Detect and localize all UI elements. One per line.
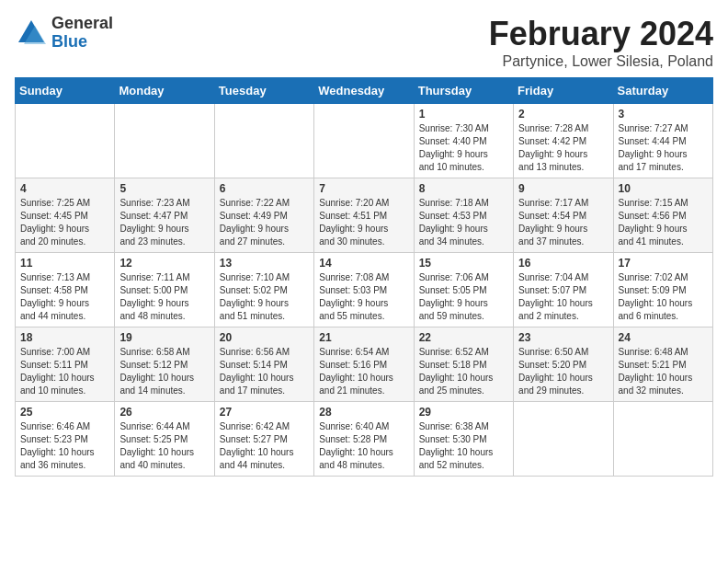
calendar-cell bbox=[16, 104, 115, 178]
calendar-cell: 14Sunrise: 7:08 AM Sunset: 5:03 PM Dayli… bbox=[314, 253, 414, 327]
calendar-cell: 18Sunrise: 7:00 AM Sunset: 5:11 PM Dayli… bbox=[16, 327, 115, 402]
calendar-cell: 12Sunrise: 7:11 AM Sunset: 5:00 PM Dayli… bbox=[115, 253, 214, 327]
day-number: 13 bbox=[220, 257, 309, 270]
calendar-week-row: 18Sunrise: 7:00 AM Sunset: 5:11 PM Dayli… bbox=[16, 327, 713, 402]
day-info: Sunrise: 7:13 AM Sunset: 4:58 PM Dayligh… bbox=[20, 271, 109, 323]
weekday-header-row: SundayMondayTuesdayWednesdayThursdayFrid… bbox=[16, 78, 713, 104]
day-info: Sunrise: 7:08 AM Sunset: 5:03 PM Dayligh… bbox=[319, 271, 408, 323]
day-number: 18 bbox=[20, 331, 109, 344]
calendar-cell: 3Sunrise: 7:27 AM Sunset: 4:44 PM Daylig… bbox=[613, 104, 712, 178]
calendar-cell bbox=[314, 104, 414, 178]
calendar-cell: 17Sunrise: 7:02 AM Sunset: 5:09 PM Dayli… bbox=[613, 253, 712, 327]
calendar-cell: 25Sunrise: 6:46 AM Sunset: 5:23 PM Dayli… bbox=[16, 402, 115, 477]
logo-general: General bbox=[51, 15, 113, 33]
day-info: Sunrise: 7:06 AM Sunset: 5:05 PM Dayligh… bbox=[419, 271, 508, 323]
calendar-week-row: 11Sunrise: 7:13 AM Sunset: 4:58 PM Dayli… bbox=[16, 253, 713, 327]
title-area: February 2024 Partynice, Lower Silesia, … bbox=[489, 15, 713, 70]
calendar-cell: 26Sunrise: 6:44 AM Sunset: 5:25 PM Dayli… bbox=[115, 402, 214, 477]
calendar-cell: 5Sunrise: 7:23 AM Sunset: 4:47 PM Daylig… bbox=[115, 178, 214, 253]
day-number: 24 bbox=[619, 331, 708, 344]
day-number: 14 bbox=[319, 257, 408, 270]
calendar-cell: 22Sunrise: 6:52 AM Sunset: 5:18 PM Dayli… bbox=[414, 327, 513, 402]
day-info: Sunrise: 7:04 AM Sunset: 5:07 PM Dayligh… bbox=[518, 271, 608, 323]
weekday-header-tuesday: Tuesday bbox=[214, 78, 313, 104]
day-number: 5 bbox=[119, 182, 209, 195]
day-number: 22 bbox=[419, 331, 508, 344]
calendar-cell: 11Sunrise: 7:13 AM Sunset: 4:58 PM Dayli… bbox=[16, 253, 115, 327]
page-header: General Blue February 2024 Partynice, Lo… bbox=[15, 15, 713, 70]
day-info: Sunrise: 6:54 AM Sunset: 5:16 PM Dayligh… bbox=[319, 346, 408, 397]
day-info: Sunrise: 6:46 AM Sunset: 5:23 PM Dayligh… bbox=[20, 420, 109, 472]
day-info: Sunrise: 7:00 AM Sunset: 5:11 PM Dayligh… bbox=[20, 346, 109, 397]
day-info: Sunrise: 7:18 AM Sunset: 4:53 PM Dayligh… bbox=[419, 197, 508, 248]
weekday-header-saturday: Saturday bbox=[613, 78, 712, 104]
calendar-body: 1Sunrise: 7:30 AM Sunset: 4:40 PM Daylig… bbox=[16, 104, 713, 477]
calendar-cell bbox=[115, 104, 214, 178]
logo-text: General Blue bbox=[51, 15, 113, 52]
day-number: 23 bbox=[518, 331, 608, 344]
day-number: 4 bbox=[20, 182, 109, 195]
calendar-header: SundayMondayTuesdayWednesdayThursdayFrid… bbox=[16, 78, 713, 104]
calendar-subtitle: Partynice, Lower Silesia, Poland bbox=[489, 53, 713, 70]
day-number: 27 bbox=[220, 406, 309, 419]
day-info: Sunrise: 7:22 AM Sunset: 4:49 PM Dayligh… bbox=[220, 197, 309, 248]
day-info: Sunrise: 7:23 AM Sunset: 4:47 PM Dayligh… bbox=[119, 197, 209, 248]
day-info: Sunrise: 7:20 AM Sunset: 4:51 PM Dayligh… bbox=[319, 197, 408, 248]
day-info: Sunrise: 7:27 AM Sunset: 4:44 PM Dayligh… bbox=[619, 122, 708, 174]
calendar-cell: 28Sunrise: 6:40 AM Sunset: 5:28 PM Dayli… bbox=[314, 402, 414, 477]
day-number: 1 bbox=[419, 108, 508, 121]
day-number: 10 bbox=[619, 182, 708, 195]
calendar-cell: 9Sunrise: 7:17 AM Sunset: 4:54 PM Daylig… bbox=[514, 178, 613, 253]
day-info: Sunrise: 7:25 AM Sunset: 4:45 PM Dayligh… bbox=[20, 197, 109, 248]
day-number: 21 bbox=[319, 331, 408, 344]
calendar-cell: 29Sunrise: 6:38 AM Sunset: 5:30 PM Dayli… bbox=[414, 402, 513, 477]
calendar-cell bbox=[214, 104, 313, 178]
calendar-cell: 2Sunrise: 7:28 AM Sunset: 4:42 PM Daylig… bbox=[514, 104, 613, 178]
calendar-cell: 23Sunrise: 6:50 AM Sunset: 5:20 PM Dayli… bbox=[514, 327, 613, 402]
calendar-cell: 13Sunrise: 7:10 AM Sunset: 5:02 PM Dayli… bbox=[214, 253, 313, 327]
calendar-cell: 16Sunrise: 7:04 AM Sunset: 5:07 PM Dayli… bbox=[514, 253, 613, 327]
day-number: 3 bbox=[619, 108, 708, 121]
calendar-cell: 20Sunrise: 6:56 AM Sunset: 5:14 PM Dayli… bbox=[214, 327, 313, 402]
calendar-table: SundayMondayTuesdayWednesdayThursdayFrid… bbox=[15, 77, 713, 477]
day-number: 16 bbox=[518, 257, 608, 270]
day-number: 9 bbox=[518, 182, 608, 195]
day-info: Sunrise: 6:38 AM Sunset: 5:30 PM Dayligh… bbox=[419, 420, 508, 472]
day-number: 17 bbox=[619, 257, 708, 270]
day-number: 19 bbox=[119, 331, 209, 344]
day-info: Sunrise: 6:48 AM Sunset: 5:21 PM Dayligh… bbox=[619, 346, 708, 397]
day-info: Sunrise: 7:02 AM Sunset: 5:09 PM Dayligh… bbox=[619, 271, 708, 323]
day-info: Sunrise: 6:58 AM Sunset: 5:12 PM Dayligh… bbox=[119, 346, 209, 397]
day-info: Sunrise: 7:11 AM Sunset: 5:00 PM Dayligh… bbox=[119, 271, 209, 323]
calendar-cell: 21Sunrise: 6:54 AM Sunset: 5:16 PM Dayli… bbox=[314, 327, 414, 402]
day-info: Sunrise: 6:56 AM Sunset: 5:14 PM Dayligh… bbox=[220, 346, 309, 397]
day-number: 6 bbox=[220, 182, 309, 195]
calendar-cell: 10Sunrise: 7:15 AM Sunset: 4:56 PM Dayli… bbox=[613, 178, 712, 253]
day-number: 2 bbox=[518, 108, 608, 121]
day-number: 11 bbox=[20, 257, 109, 270]
calendar-cell: 7Sunrise: 7:20 AM Sunset: 4:51 PM Daylig… bbox=[314, 178, 414, 253]
logo-icon bbox=[15, 17, 48, 50]
day-info: Sunrise: 6:42 AM Sunset: 5:27 PM Dayligh… bbox=[220, 420, 309, 472]
calendar-week-row: 25Sunrise: 6:46 AM Sunset: 5:23 PM Dayli… bbox=[16, 402, 713, 477]
logo: General Blue bbox=[15, 15, 113, 52]
weekday-header-sunday: Sunday bbox=[16, 78, 115, 104]
day-number: 29 bbox=[419, 406, 508, 419]
day-number: 8 bbox=[419, 182, 508, 195]
day-number: 28 bbox=[319, 406, 408, 419]
day-info: Sunrise: 7:15 AM Sunset: 4:56 PM Dayligh… bbox=[619, 197, 708, 248]
day-number: 12 bbox=[119, 257, 209, 270]
calendar-cell: 1Sunrise: 7:30 AM Sunset: 4:40 PM Daylig… bbox=[414, 104, 513, 178]
calendar-cell: 4Sunrise: 7:25 AM Sunset: 4:45 PM Daylig… bbox=[16, 178, 115, 253]
calendar-cell: 6Sunrise: 7:22 AM Sunset: 4:49 PM Daylig… bbox=[214, 178, 313, 253]
calendar-week-row: 4Sunrise: 7:25 AM Sunset: 4:45 PM Daylig… bbox=[16, 178, 713, 253]
calendar-week-row: 1Sunrise: 7:30 AM Sunset: 4:40 PM Daylig… bbox=[16, 104, 713, 178]
day-info: Sunrise: 7:28 AM Sunset: 4:42 PM Dayligh… bbox=[518, 122, 608, 174]
calendar-cell: 27Sunrise: 6:42 AM Sunset: 5:27 PM Dayli… bbox=[214, 402, 313, 477]
day-info: Sunrise: 7:17 AM Sunset: 4:54 PM Dayligh… bbox=[518, 197, 608, 248]
calendar-cell bbox=[514, 402, 613, 477]
day-number: 26 bbox=[119, 406, 209, 419]
logo-blue: Blue bbox=[51, 33, 113, 52]
weekday-header-thursday: Thursday bbox=[414, 78, 513, 104]
day-number: 20 bbox=[220, 331, 309, 344]
